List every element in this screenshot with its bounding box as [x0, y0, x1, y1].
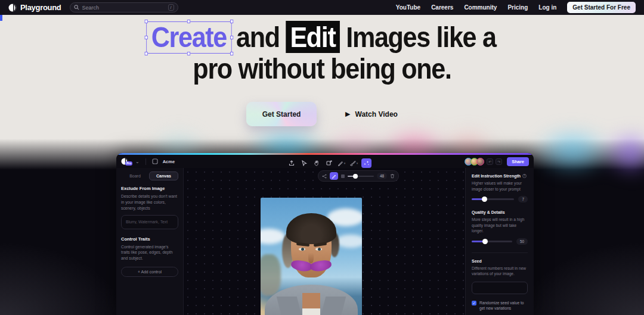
paintbrush-icon[interactable]: ▾	[349, 158, 359, 168]
brush-size-slider-thumb[interactable]	[353, 174, 358, 179]
search-box[interactable]: /	[70, 2, 178, 13]
add-control-button[interactable]: + Add control	[121, 267, 178, 277]
trash-icon[interactable]	[390, 173, 395, 179]
undo-icon[interactable]: ↶	[487, 158, 493, 165]
nav-link-youtube[interactable]: YouTube	[396, 4, 420, 11]
quality-details-description: More steps will result in a high quality…	[472, 217, 528, 234]
eye	[315, 248, 322, 251]
edit-strength-slider[interactable]	[472, 198, 514, 200]
info-icon[interactable]: ?	[522, 174, 527, 178]
brush-shape-icon[interactable]	[341, 174, 345, 178]
seed-input[interactable]	[472, 282, 528, 294]
get-started-free-button[interactable]: Get Started For Free	[567, 2, 636, 13]
hero-actions: Get Started ▶ Watch Video	[0, 102, 644, 126]
divider	[472, 252, 528, 253]
redo-icon[interactable]: ↷	[496, 158, 502, 165]
pencil-dropdown-chevron-icon: ▾	[344, 161, 346, 165]
magic-edit-wand-icon[interactable]	[361, 158, 371, 168]
brush-tool-button[interactable]	[330, 172, 338, 180]
selection-handle[interactable]	[144, 20, 147, 23]
selection-handle[interactable]	[187, 52, 190, 55]
cloud	[261, 229, 285, 244]
edit-strength-description: Higher values will make your image close…	[472, 180, 528, 192]
share-button[interactable]: Share	[507, 157, 529, 166]
nav-link-careers[interactable]: Careers	[431, 4, 453, 11]
tab-board[interactable]: Board	[121, 172, 149, 180]
search-icon	[74, 5, 79, 10]
hero-heading-line2: pro without being one.	[193, 52, 451, 85]
avatar[interactable]	[476, 158, 484, 166]
workspace-name[interactable]: Acme	[163, 159, 175, 164]
left-panel: Board Canvas Exclude From Image Describe…	[116, 168, 184, 315]
hero-word-and: and	[236, 21, 280, 53]
pencil-icon[interactable]: ▾	[336, 158, 346, 168]
quality-slider-thumb[interactable]	[482, 239, 488, 244]
hero-word-create[interactable]: Create	[148, 21, 230, 53]
nav-link-login[interactable]: Log in	[538, 4, 556, 11]
randomize-seed-option[interactable]: ✓ Randomize seed value to get new variat…	[472, 300, 528, 311]
brush-size-slider[interactable]	[348, 176, 374, 177]
selection-handle[interactable]	[144, 36, 147, 39]
selection-box[interactable]	[146, 21, 232, 54]
edit-strength-slider-thumb[interactable]	[482, 197, 487, 202]
brush-size-value: 48	[377, 173, 387, 179]
control-traits-description: Control generated image's traits like po…	[121, 244, 178, 262]
workspace-chevron-down-icon[interactable]: ⌄	[135, 159, 140, 164]
checkbox-checked-icon[interactable]: ✓	[472, 301, 476, 305]
board-frame-icon[interactable]	[152, 158, 158, 164]
panel-tabs: Board Canvas	[121, 171, 178, 180]
pro-badge: Pro	[125, 161, 132, 166]
navbar-links: YouTube Careers Community Pricing Log in…	[396, 2, 636, 13]
cursor-icon[interactable]	[299, 158, 309, 168]
hero-heading: Create and Edit Images like a pro withou…	[39, 21, 605, 85]
hero-word-edit: Edit	[286, 21, 339, 53]
hand-icon[interactable]	[311, 158, 321, 168]
brand-name: Playground	[20, 3, 61, 12]
divider	[145, 158, 146, 165]
purple-mustache	[292, 261, 330, 274]
control-traits-title: Control Traits	[121, 236, 178, 242]
nav-link-pricing[interactable]: Pricing	[507, 4, 528, 11]
watch-video-button[interactable]: ▶ Watch Video	[345, 110, 398, 118]
selection-handle[interactable]	[230, 52, 233, 55]
randomize-seed-label: Randomize seed value to get new variatio…	[479, 300, 528, 311]
selection-handle[interactable]	[230, 20, 233, 23]
canvas-image-portrait[interactable]	[261, 198, 362, 315]
app-body: Board Canvas Exclude From Image Describe…	[116, 168, 534, 315]
canvas-area[interactable]: 48	[184, 168, 465, 315]
seed-description: Different numbers result in new variatio…	[472, 266, 528, 277]
exclude-input[interactable]	[121, 215, 178, 229]
collaborator-avatars	[465, 158, 484, 166]
search-shortcut-key: /	[168, 4, 174, 11]
watch-video-label: Watch Video	[355, 110, 398, 118]
left-edge-accent	[0, 15, 2, 21]
app-logo[interactable]: Pro	[121, 158, 128, 165]
brand[interactable]: Playground	[8, 3, 61, 12]
share-nodes-icon[interactable]	[322, 174, 327, 179]
app-header: Pro ⌄ Acme	[116, 155, 534, 168]
play-icon: ▶	[345, 110, 350, 118]
search-input[interactable]	[82, 5, 165, 11]
top-navbar: Playground / YouTube Careers Community P…	[0, 0, 644, 15]
selection-handle[interactable]	[230, 36, 233, 39]
quality-details-title: Quality & Details	[472, 210, 505, 214]
playground-logo-icon	[8, 4, 17, 12]
export-icon[interactable]	[286, 158, 296, 168]
brush-toolbar: 48	[318, 170, 399, 182]
selection-handle[interactable]	[144, 52, 147, 55]
eye	[299, 248, 305, 251]
app-header-right: ↶ ↷ Share	[465, 157, 529, 166]
hero-heading-rest: Images like a	[346, 21, 496, 53]
get-started-button[interactable]: Get Started	[246, 102, 317, 126]
exclude-from-image-description: Describe details you don't want in your …	[121, 194, 178, 211]
hero-section: Create and Edit Images like a pro withou…	[0, 21, 644, 85]
exclude-from-image-title: Exclude From Image	[121, 186, 178, 191]
selection-handle[interactable]	[187, 20, 190, 23]
edit-canvas-icon[interactable]	[324, 158, 334, 168]
hillside	[261, 254, 281, 296]
quality-slider[interactable]	[472, 241, 512, 242]
nav-link-community[interactable]: Community	[464, 4, 497, 11]
page: Playground / YouTube Careers Community P…	[0, 0, 644, 315]
cloud	[336, 235, 362, 248]
tab-canvas[interactable]: Canvas	[149, 171, 178, 180]
